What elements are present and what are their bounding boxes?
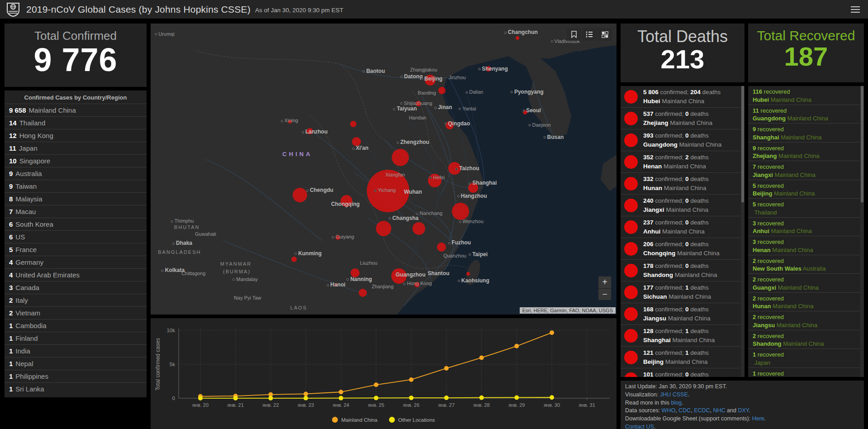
confirmed-row[interactable]: 9Taiwan [5, 180, 147, 192]
recovered-row[interactable]: 116 recoveredHubei Mainland China [748, 86, 864, 105]
recovered-row[interactable]: 2 recoveredShandong Mainland China [748, 330, 864, 349]
case-bubble[interactable] [341, 195, 352, 207]
case-bubble[interactable] [448, 162, 461, 175]
case-bubble[interactable] [335, 283, 337, 286]
confirmed-row[interactable]: 12Hong Kong [5, 129, 147, 142]
confirmed-row[interactable]: 11Japan [5, 142, 147, 154]
deaths-row[interactable]: 177 confirmed; 1 deathsSichuan Mainland … [621, 281, 745, 303]
deaths-row[interactable]: 237 confirmed; 0 deathsAnhui Mainland Ch… [621, 216, 745, 238]
case-bubble[interactable] [486, 66, 491, 72]
recovered-row[interactable]: 1 recovered Japan [748, 349, 864, 368]
recovered-row[interactable]: 2 recoveredGuangxi Mainland China [748, 274, 864, 293]
case-bubble[interactable] [414, 282, 420, 287]
deaths-row[interactable]: 206 confirmed; 0 deathsChongqing Mainlan… [621, 238, 745, 260]
recovered-row[interactable]: 2 recoveredJiangsu Mainland China [748, 311, 864, 330]
zoom-out-button[interactable]: − [598, 288, 611, 300]
confirmed-row[interactable]: 10Singapore [5, 154, 147, 167]
recovered-scrollbar[interactable] [860, 86, 864, 377]
deaths-row[interactable]: 168 confirmed; 0 deathsJiangsu Mainland … [621, 303, 745, 325]
case-bubble[interactable] [351, 268, 360, 277]
recovered-row[interactable]: 11 recoveredGuangdong Mainland China [748, 105, 864, 124]
recovered-row[interactable]: 7 recoveredJiangxi Mainland China [748, 161, 864, 180]
recovered-row[interactable]: 3 recoveredHenan Mainland China [748, 236, 864, 255]
case-bubble[interactable] [392, 149, 409, 166]
case-bubble[interactable] [307, 128, 313, 134]
case-bubble[interactable] [291, 257, 297, 262]
case-bubble[interactable] [413, 222, 425, 235]
info-link[interactable]: CDC [678, 407, 691, 414]
case-bubble[interactable] [350, 121, 356, 127]
confirmed-row[interactable]: 1Cambodia [5, 319, 147, 332]
case-bubble[interactable] [437, 243, 446, 252]
case-bubble[interactable] [367, 170, 409, 212]
deaths-row[interactable]: 393 confirmed; 0 deathsGuangdong Mainlan… [621, 129, 745, 151]
info-link[interactable]: JHU CSSE [660, 391, 688, 398]
info-link[interactable]: Contact US [625, 424, 654, 429]
confirmed-row[interactable]: 14Thailand [5, 116, 147, 129]
confirmed-row[interactable]: 1Nepal [5, 357, 147, 370]
case-bubble[interactable] [466, 272, 470, 276]
info-link[interactable]: blog [671, 400, 682, 406]
case-bubble[interactable] [446, 121, 454, 129]
info-link[interactable]: Here [752, 415, 764, 422]
recovered-row[interactable]: 3 recoveredAnhui Mainland China [748, 218, 864, 237]
confirmed-row[interactable]: 6South Korea [5, 218, 147, 230]
case-bubble[interactable] [352, 137, 361, 146]
case-bubble[interactable] [336, 235, 340, 240]
case-bubble[interactable] [428, 174, 441, 187]
case-bubble[interactable] [293, 188, 307, 202]
deaths-row[interactable]: 128 confirmed; 1 deathsShanghai Mainland… [621, 325, 745, 347]
confirmed-row[interactable]: 1Philippines [5, 370, 147, 382]
case-bubble[interactable] [438, 87, 446, 94]
case-bubble[interactable] [359, 289, 367, 297]
line-chart[interactable]: 05k10kянв. 20янв. 21янв. 22янв. 23янв. 2… [151, 318, 617, 429]
confirmed-row[interactable]: 9Australia [5, 167, 147, 180]
deaths-row[interactable]: 332 confirmed; 0 deathsHunan Mainland Ch… [621, 173, 745, 195]
legend-icon[interactable] [582, 28, 597, 41]
case-bubble[interactable] [376, 221, 391, 236]
confirmed-row[interactable]: 9 658Mainland China [5, 104, 147, 116]
deaths-row[interactable]: 240 confirmed; 0 deathsJiangxi Mainland … [621, 195, 745, 216]
recovered-row[interactable]: 2 recoveredHunan Mainland China [748, 293, 864, 312]
case-bubble[interactable] [468, 183, 478, 193]
confirmed-row[interactable]: 4Germany [5, 256, 147, 268]
confirmed-row[interactable]: 6US [5, 230, 147, 243]
confirmed-row[interactable]: 4United Arab Emirates [5, 268, 147, 281]
basemap-icon[interactable] [598, 28, 612, 41]
case-bubble[interactable] [391, 268, 407, 284]
deaths-row[interactable]: 537 confirmed; 0 deathsZhejiang Mainland… [621, 108, 745, 129]
deaths-row[interactable]: 352 confirmed; 2 deathsHenan Mainland Ch… [621, 151, 745, 173]
confirmed-row[interactable]: 1Sri Lanka [5, 382, 147, 395]
case-bubble[interactable] [516, 36, 519, 40]
recovered-row[interactable]: 5 recovered Thailand [748, 199, 864, 218]
case-bubble[interactable] [416, 101, 421, 106]
deaths-scrollbar[interactable] [741, 86, 745, 377]
deaths-row[interactable]: 178 confirmed; 0 deathsShandong Mainland… [621, 260, 745, 281]
zoom-in-button[interactable]: + [598, 276, 611, 288]
confirmed-row[interactable]: 1Finland [5, 332, 147, 344]
recovered-row[interactable]: 9 recoveredZhejiang Mainland China [748, 143, 864, 162]
recovered-row[interactable]: 5 recoveredBeijing Mainland China [748, 180, 864, 199]
confirmed-row[interactable]: 2Italy [5, 294, 147, 306]
recovered-row[interactable]: 9 recoveredShanghai Mainland China [748, 124, 864, 143]
deaths-row[interactable]: 101 confirmed; 0 deathsFujian Mainland C… [621, 368, 745, 377]
recovered-row[interactable]: 1 recoveredChongqing Mainland China [748, 368, 864, 377]
confirmed-row[interactable]: 3Canada [5, 281, 147, 294]
case-bubble[interactable] [425, 75, 436, 86]
confirmed-row[interactable]: 7Macau [5, 205, 147, 218]
map-canvas[interactable]: UrumqiChangchunVladivostokShenyangJinzho… [151, 24, 617, 315]
bookmark-icon[interactable] [567, 28, 581, 41]
info-link[interactable]: NHC [713, 407, 726, 414]
confirmed-row[interactable]: 5France [5, 243, 147, 256]
confirmed-row[interactable]: 1India [5, 344, 147, 357]
menu-icon[interactable] [851, 5, 860, 14]
case-bubble[interactable] [288, 120, 292, 124]
deaths-row[interactable]: 121 confirmed; 1 deathsBeijing Mainland … [621, 347, 745, 368]
confirmed-row[interactable]: 8Malaysia [5, 192, 147, 205]
case-bubble[interactable] [452, 203, 469, 220]
info-link[interactable]: ECDC [694, 407, 710, 414]
confirmed-row[interactable]: 2Vietnam [5, 306, 147, 319]
deaths-row[interactable]: 5 806 confirmed; 204 deathsHubei Mainlan… [621, 86, 745, 108]
info-link[interactable]: DXY [738, 407, 749, 414]
case-bubble[interactable] [523, 110, 527, 114]
